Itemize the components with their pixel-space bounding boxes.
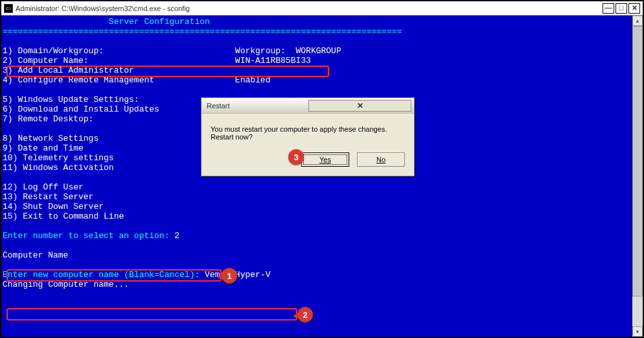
scroll-down-button[interactable]: ▼ (632, 326, 643, 337)
maximize-button[interactable]: □ (615, 3, 627, 14)
dialog-message-1: You must restart your computer to apply … (211, 125, 405, 133)
cmd-icon (4, 4, 13, 13)
scrollbar[interactable]: ▲ ▼ (632, 16, 643, 337)
dialog-titlebar[interactable]: Restart ✕ (201, 98, 414, 114)
dialog-body: You must restart your computer to apply … (201, 114, 414, 149)
window-buttons: — □ ✕ (603, 3, 640, 14)
yes-button[interactable]: Yes (301, 152, 349, 167)
dialog-buttons: Yes No (201, 149, 414, 176)
scroll-up-button[interactable]: ▲ (632, 16, 643, 26)
scroll-thumb[interactable] (632, 26, 643, 296)
dialog-title: Restart (207, 102, 308, 110)
dialog-close-button[interactable]: ✕ (308, 100, 411, 112)
restart-dialog: Restart ✕ You must restart your computer… (201, 97, 415, 176)
scroll-track[interactable] (632, 26, 643, 326)
window-title: Administrator: C:\Windows\system32\cmd.e… (16, 5, 603, 12)
window-titlebar: Administrator: C:\Windows\system32\cmd.e… (1, 1, 643, 16)
no-button[interactable]: No (357, 152, 405, 167)
close-button[interactable]: ✕ (628, 3, 640, 14)
dialog-message-2: Restart now? (211, 133, 405, 141)
minimize-button[interactable]: — (603, 3, 614, 14)
